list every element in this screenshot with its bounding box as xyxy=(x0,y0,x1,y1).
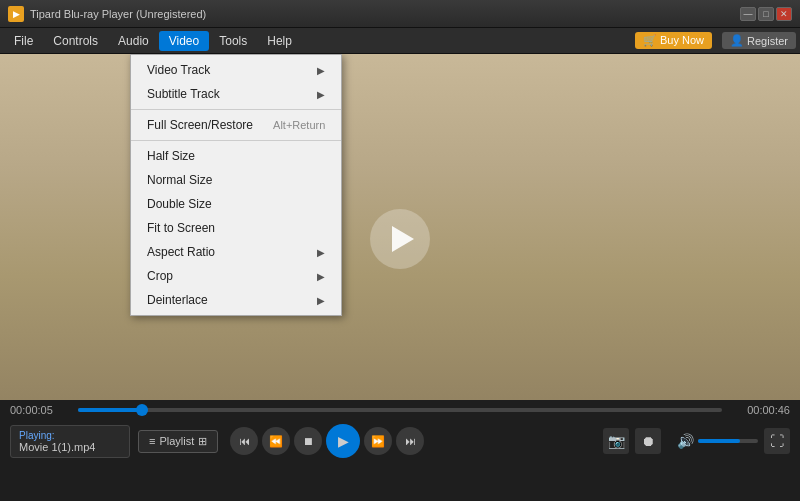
arrow-icon: ▶ xyxy=(317,271,325,282)
zoom-button[interactable]: ⛶ xyxy=(764,428,790,454)
skip-back-icon: ⏮ xyxy=(239,435,250,447)
video-track-item[interactable]: Video Track ▶ xyxy=(131,58,341,82)
fullscreen-item[interactable]: Full Screen/Restore Alt+Return xyxy=(131,113,341,137)
skip-forward-icon: ⏭ xyxy=(405,435,416,447)
crop-item[interactable]: Crop ▶ xyxy=(131,264,341,288)
stop-icon: ⏹ xyxy=(303,435,314,447)
playlist-lines-icon: ≡ xyxy=(149,435,155,447)
arrow-icon: ▶ xyxy=(317,247,325,258)
fit-to-screen-item[interactable]: Fit to Screen xyxy=(131,216,341,240)
progress-thumb[interactable] xyxy=(136,404,148,416)
menu-file[interactable]: File xyxy=(4,31,43,51)
minimize-button[interactable]: — xyxy=(740,7,756,21)
volume-icon: 🔊 xyxy=(677,433,694,449)
menu-divider-2 xyxy=(131,140,341,141)
menu-bar: File Controls Audio Video Tools Help 🛒 B… xyxy=(0,28,800,54)
title-bar: ▶ Tipard Blu-ray Player (Unregistered) —… xyxy=(0,0,800,28)
stop-button[interactable]: ⏹ xyxy=(294,427,322,455)
play-button-overlay[interactable] xyxy=(370,209,430,269)
fast-forward-icon: ⏩ xyxy=(371,435,385,448)
progress-fill xyxy=(78,408,142,412)
play-icon: ▶ xyxy=(338,433,349,449)
deinterlace-item[interactable]: Deinterlace ▶ xyxy=(131,288,341,312)
skip-forward-button[interactable]: ⏭ xyxy=(396,427,424,455)
camera-icon: 📷 xyxy=(608,433,625,449)
cart-icon: 🛒 xyxy=(643,34,657,46)
playlist-button[interactable]: ≡ Playlist ⊞ xyxy=(138,430,218,453)
menu-audio[interactable]: Audio xyxy=(108,31,159,51)
record-button[interactable]: ⏺ xyxy=(635,428,661,454)
now-playing-box: Playing: Movie 1(1).mp4 xyxy=(10,425,130,458)
arrow-icon: ▶ xyxy=(317,89,325,100)
double-size-item[interactable]: Double Size xyxy=(131,192,341,216)
volume-track[interactable] xyxy=(698,439,758,443)
controls-bar: 00:00:05 00:00:46 Playing: Movie 1(1).mp… xyxy=(0,400,800,501)
menu-help[interactable]: Help xyxy=(257,31,302,51)
skip-back-button[interactable]: ⏮ xyxy=(230,427,258,455)
menu-tools[interactable]: Tools xyxy=(209,31,257,51)
window-controls: — □ ✕ xyxy=(740,7,792,21)
menu-divider-1 xyxy=(131,109,341,110)
subtitle-track-item[interactable]: Subtitle Track ▶ xyxy=(131,82,341,106)
play-pause-button[interactable]: ▶ xyxy=(326,424,360,458)
half-size-item[interactable]: Half Size xyxy=(131,144,341,168)
rewind-button[interactable]: ⏪ xyxy=(262,427,290,455)
volume-area: 🔊 xyxy=(677,433,758,449)
record-icon: ⏺ xyxy=(641,433,655,449)
video-dropdown-menu: Video Track ▶ Subtitle Track ▶ Full Scre… xyxy=(130,54,342,316)
menu-controls[interactable]: Controls xyxy=(43,31,108,51)
time-total: 00:00:46 xyxy=(730,404,790,416)
header-actions: 🛒 Buy Now 👤 Register xyxy=(635,32,796,49)
window-title: Tipard Blu-ray Player (Unregistered) xyxy=(30,8,740,20)
progress-track[interactable] xyxy=(78,408,722,412)
transport-controls: ≡ Playlist ⊞ ⏮ ⏪ ⏹ ▶ ⏩ ⏭ xyxy=(130,420,424,462)
now-playing-label: Playing: xyxy=(19,430,121,441)
fast-forward-button[interactable]: ⏩ xyxy=(364,427,392,455)
right-controls: 📷 ⏺ 🔊 ⛶ xyxy=(603,428,790,454)
controls-bottom: Playing: Movie 1(1).mp4 ≡ Playlist ⊞ ⏮ ⏪… xyxy=(0,420,800,462)
menu-video[interactable]: Video xyxy=(159,31,209,51)
time-elapsed: 00:00:05 xyxy=(10,404,70,416)
normal-size-item[interactable]: Normal Size xyxy=(131,168,341,192)
zoom-icon: ⛶ xyxy=(770,433,784,449)
progress-container: 00:00:05 00:00:46 xyxy=(0,400,800,420)
maximize-button[interactable]: □ xyxy=(758,7,774,21)
snapshot-button[interactable]: 📷 xyxy=(603,428,629,454)
register-button[interactable]: 👤 Register xyxy=(722,32,796,49)
arrow-icon: ▶ xyxy=(317,295,325,306)
app-icon: ▶ xyxy=(8,6,24,22)
user-icon: 👤 xyxy=(730,34,744,47)
volume-fill xyxy=(698,439,740,443)
video-area[interactable]: Video Track ▶ Subtitle Track ▶ Full Scre… xyxy=(0,54,800,424)
playlist-expand-icon: ⊞ xyxy=(198,435,207,448)
rewind-icon: ⏪ xyxy=(269,435,283,448)
buy-now-button[interactable]: 🛒 Buy Now xyxy=(635,32,712,49)
now-playing-file: Movie 1(1).mp4 xyxy=(19,441,121,453)
aspect-ratio-item[interactable]: Aspect Ratio ▶ xyxy=(131,240,341,264)
close-button[interactable]: ✕ xyxy=(776,7,792,21)
arrow-icon: ▶ xyxy=(317,65,325,76)
